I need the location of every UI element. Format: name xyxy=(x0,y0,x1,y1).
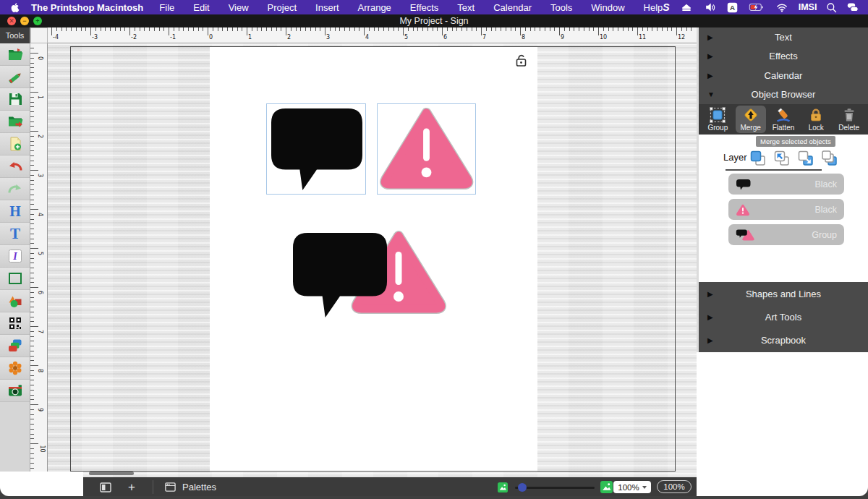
ruler-number: 4 xyxy=(37,213,43,216)
send-backward-icon[interactable] xyxy=(796,148,814,167)
menu-help[interactable]: Help xyxy=(644,2,663,13)
palettes-button[interactable]: Palettes xyxy=(164,478,216,496)
tool-headline[interactable]: H xyxy=(0,200,30,223)
layer-item[interactable]: Black xyxy=(728,199,844,220)
search-icon[interactable] xyxy=(826,2,837,13)
button-label: Flatten xyxy=(773,124,795,132)
ruler-tick xyxy=(433,27,433,31)
menu-edit[interactable]: Edit xyxy=(193,2,209,13)
ruler-tick xyxy=(247,27,247,35)
ruler-number: -4 xyxy=(53,34,59,40)
section-label: Object Browser xyxy=(699,89,868,100)
section-art-tools[interactable]: ▶Art Tools xyxy=(699,305,868,328)
ruler-tick xyxy=(257,27,258,31)
flatten-button[interactable]: Flatten xyxy=(768,106,799,133)
merged-group-object[interactable] xyxy=(288,227,454,323)
menu-file[interactable]: File xyxy=(159,2,174,13)
layer-item[interactable]: Black xyxy=(728,174,844,195)
tool-text[interactable]: T xyxy=(0,223,30,245)
zoom-slider[interactable] xyxy=(515,487,595,489)
menu-effects[interactable]: Effects xyxy=(410,2,439,13)
zoom-slider-knob[interactable] xyxy=(518,483,527,492)
add-page-button[interactable]: + xyxy=(128,478,135,496)
lock-button[interactable]: Lock xyxy=(801,106,831,133)
ruler-tick xyxy=(623,27,624,31)
zoom-in-image-icon[interactable] xyxy=(600,478,613,496)
control-center-icon[interactable] xyxy=(846,1,859,13)
ruler-tick xyxy=(472,27,472,31)
canvas[interactable] xyxy=(48,43,697,477)
main-area: Tools HTI -4-3-2-10123456789101112 01234… xyxy=(0,27,868,499)
menu-view[interactable]: View xyxy=(229,2,249,13)
tool-edit[interactable] xyxy=(0,66,30,88)
selection-box-warning-triangle[interactable] xyxy=(377,103,476,195)
ruler-tick xyxy=(554,27,555,31)
tool-photo[interactable] xyxy=(0,380,30,402)
tool-clipart[interactable] xyxy=(0,357,30,380)
layer-item[interactable]: Group xyxy=(728,224,844,245)
tool-save[interactable] xyxy=(0,88,30,111)
bring-to-front-icon[interactable] xyxy=(748,148,767,167)
tool-redo[interactable] xyxy=(0,178,30,200)
s-logo-icon[interactable]: S xyxy=(663,1,669,13)
imsi-label[interactable]: IMSI xyxy=(799,2,817,12)
app-name[interactable]: The Printshop Macintosh xyxy=(31,2,143,13)
ruler-tick xyxy=(30,248,38,249)
tool-undo[interactable] xyxy=(0,155,30,178)
warning-triangle-object[interactable] xyxy=(378,104,475,194)
keyboard-layout-icon[interactable]: A xyxy=(727,2,738,13)
volume-icon[interactable] xyxy=(703,1,718,13)
ruler-tick xyxy=(30,180,34,181)
tool-layers[interactable] xyxy=(0,335,30,357)
send-to-back-icon[interactable] xyxy=(820,148,838,167)
printer-icon[interactable] xyxy=(679,1,694,13)
horizontal-scrollbar-thumb[interactable] xyxy=(89,472,134,475)
tool-qr-code[interactable] xyxy=(0,312,30,335)
zoom-out-image-icon[interactable] xyxy=(498,478,508,496)
unlock-icon[interactable] xyxy=(515,54,527,67)
bring-forward-icon[interactable] xyxy=(772,148,791,167)
panel-sections-bottom: ▶Shapes and Lines▶Art Tools▶Scrapbook xyxy=(699,282,868,352)
tool-rectangle[interactable] xyxy=(0,268,30,290)
menu-window[interactable]: Window xyxy=(591,2,624,13)
page-panel-button[interactable] xyxy=(99,478,112,496)
menu-tools[interactable]: Tools xyxy=(550,2,572,13)
section-effects[interactable]: ▶Effects xyxy=(699,47,868,67)
speech-bubble-object[interactable] xyxy=(267,104,365,194)
ruler-number: 9 xyxy=(561,34,564,40)
apple-icon xyxy=(10,2,20,13)
ruler-number: -3 xyxy=(92,34,98,40)
ruler-tick xyxy=(564,27,565,31)
merge-button[interactable]: Merge xyxy=(736,106,766,133)
section-text[interactable]: ▶Text xyxy=(699,27,868,47)
menu-arrange[interactable]: Arrange xyxy=(358,2,391,13)
zoom-level-dropdown[interactable]: 100% xyxy=(613,481,651,493)
delete-button[interactable]: Delete xyxy=(834,106,864,133)
selection-box-speech-bubble[interactable] xyxy=(266,103,366,195)
ruler-tick xyxy=(30,219,34,220)
ruler-number: 6 xyxy=(443,34,447,40)
wifi-icon[interactable] xyxy=(775,1,789,13)
menu-project[interactable]: Project xyxy=(268,2,297,13)
ruler-tick xyxy=(51,27,52,35)
section-scrapbook[interactable]: ▶Scrapbook xyxy=(699,329,868,352)
tool-open-project[interactable] xyxy=(0,43,30,66)
ruler-tick xyxy=(81,27,82,31)
ruler-tick xyxy=(30,195,34,195)
section-shapes-and-lines[interactable]: ▶Shapes and Lines xyxy=(699,282,868,305)
menu-insert[interactable]: Insert xyxy=(315,2,339,13)
tool-export[interactable] xyxy=(0,111,30,133)
tool-new-document[interactable] xyxy=(0,133,30,155)
menu-text[interactable]: Text xyxy=(457,2,475,13)
menu-calendar[interactable]: Calendar xyxy=(493,2,532,13)
tool-shapes[interactable] xyxy=(0,290,30,312)
battery-icon[interactable] xyxy=(747,1,765,13)
tool-text-edit[interactable]: I xyxy=(0,245,30,268)
ruler-tick xyxy=(30,229,34,229)
ruler-tick xyxy=(632,27,633,31)
section-object-browser[interactable]: ▼Object Browser xyxy=(699,85,868,105)
section-calendar[interactable]: ▶Calendar xyxy=(699,66,868,85)
apple-menu[interactable] xyxy=(10,2,20,13)
group-button[interactable]: Group xyxy=(702,106,733,133)
ruler-tick xyxy=(222,27,223,31)
